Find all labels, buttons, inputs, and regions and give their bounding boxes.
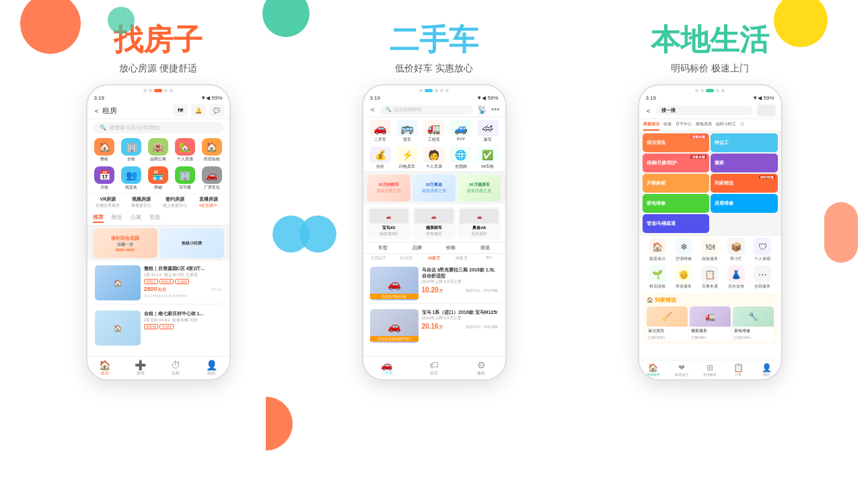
che-title: 二手车 <box>390 20 478 60</box>
phone-fangzi: 3:19 ▼◀ 59% ＜ 租房 🗺 🔔 💬 🔍请搜索小区/公司/地址 <box>86 84 231 381</box>
status-time-1: 3:19 <box>94 95 105 101</box>
section-che: 二手车 低价好车 实惠放心 3:19 ▼◀ 59% <box>310 5 558 491</box>
status-time-2: 3:19 <box>370 95 381 101</box>
deco-pink-right <box>824 202 858 263</box>
bottom-nav-bendi[interactable]: ⊞本地服务 <box>696 360 724 379</box>
shenghuo-subtitle: 明码标价 极速上门 <box>671 63 749 75</box>
bottom-nav-wode-3[interactable]: 👤我的 <box>752 360 781 379</box>
shenghuo-title: 本地生活 <box>651 20 769 60</box>
che-subtitle: 低价好车 实惠放心 <box>395 63 473 75</box>
section-shenghuo: 本地生活 明码标价 极速上门 3:19 ▼◀ 59% <box>585 5 834 491</box>
bottom-nav-jiatingbaojie[interactable]: ❤家庭保洁 <box>667 360 696 379</box>
bottom-nav-zuzu[interactable]: 🏠租房 <box>87 357 123 379</box>
bottom-nav-fabu[interactable]: ➕发布 <box>122 357 158 379</box>
bottom-nav-jiating[interactable]: 🏠家庭服务 <box>639 360 667 379</box>
search-fangzi[interactable]: 请搜索小区/公司/地址 <box>109 124 160 131</box>
status-signal-1: ▼◀ 59% <box>201 95 222 101</box>
bottom-nav-dingdan[interactable]: 📋订单 <box>724 360 752 379</box>
deco-blue-right <box>299 216 336 253</box>
fangzi-subtitle: 放心房源 便捷舒适 <box>119 63 197 75</box>
section-fangzi: 找房子 放心房源 便捷舒适 3:19 ▼◀ 59% <box>34 5 283 491</box>
bottom-nav-jinqi[interactable]: ⏱近期 <box>158 357 194 379</box>
phone-shenghuo: 3:19 ▼◀ 59% ＜ 搜一搜 家庭保洁 快速 月子中心 家电清洗 临时小时… <box>638 84 783 381</box>
nav-back-1: ＜ 租房 <box>93 106 117 116</box>
deco-small-green <box>108 7 135 34</box>
bottom-nav-ersjouche[interactable]: 🚗二手车 <box>363 357 410 379</box>
bottom-nav-maihe[interactable]: 🏷卖车 <box>410 357 458 379</box>
bottom-nav-fuwu[interactable]: ⚙服务 <box>458 357 505 379</box>
bottom-nav-wode-1[interactable]: 👤我的 <box>194 357 229 379</box>
status-time-3: 3:19 <box>646 95 657 101</box>
phone-che: 3:19 ▼◀ 59% ＜ 🔍北京热销轿车 📡 ••• 🚗 二手车 <box>362 84 507 381</box>
